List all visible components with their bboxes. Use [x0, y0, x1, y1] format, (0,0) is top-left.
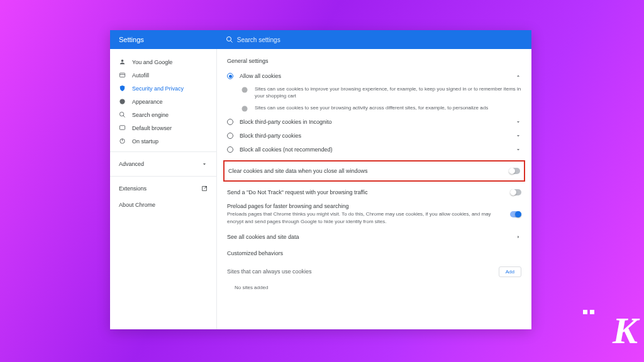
option-block-all[interactable]: Block all cookies (not recommended): [227, 143, 521, 156]
svg-point-12: [242, 87, 248, 93]
toggle-switch[interactable]: [510, 211, 521, 217]
toggle-preload-pages[interactable]: Preload pages for faster browsing and se…: [227, 199, 521, 228]
sites-label: Sites that can always use cookies: [227, 268, 312, 275]
chevron-down-icon: [515, 119, 521, 125]
toggle-label: Send a "Do Not Track" request with your …: [227, 189, 504, 195]
svg-point-6: [119, 112, 123, 116]
autofill-icon: [119, 72, 126, 79]
header-title: Settings: [110, 36, 144, 43]
toggle-title: Send a "Do Not Track" request with your …: [227, 189, 504, 195]
info-text: Sites can use cookies to see your browsi…: [255, 104, 488, 112]
cookie-icon: [241, 86, 248, 94]
option-block-third-party[interactable]: Block third-party cookies: [227, 129, 521, 143]
add-button[interactable]: Add: [499, 266, 521, 277]
option-block-third-party-incognito[interactable]: Block third-party cookies in Incognito: [227, 115, 521, 129]
chevron-up-icon: [515, 73, 521, 79]
sidebar: You and Google Autofill Security and Pri…: [110, 49, 217, 329]
search-settings-input[interactable]: [237, 36, 531, 43]
sidebar-item-on-startup[interactable]: On startup: [110, 134, 216, 148]
toggle-title: Clear cookies and site data when you clo…: [228, 168, 502, 174]
radio-icon: [227, 146, 233, 153]
info-row: Sites can use cookies to improve your br…: [227, 83, 521, 102]
radio-icon: [227, 119, 233, 125]
search-icon: [119, 111, 126, 118]
svg-point-0: [226, 37, 231, 41]
no-sites-text: No sites added: [227, 282, 521, 290]
svg-point-2: [121, 60, 124, 62]
person-icon: [119, 58, 126, 65]
extensions-label: Extensions: [119, 185, 147, 192]
toggle-switch[interactable]: [509, 168, 520, 174]
toggle-switch[interactable]: [510, 189, 521, 195]
open-in-new-icon: [201, 185, 208, 192]
advanced-label: Advanced: [119, 161, 144, 167]
header-bar: Settings: [110, 30, 531, 49]
sidebar-item-label: Autofill: [132, 72, 149, 79]
svg-point-5: [119, 99, 125, 104]
customized-behaviors-label: Customized behaviors: [227, 250, 521, 256]
watermark-dots: [583, 305, 597, 317]
sidebar-item-label: You and Google: [132, 59, 172, 65]
chevron-down-icon: [201, 161, 208, 167]
option-label: Block third-party cookies in Incognito: [240, 119, 332, 125]
chrome-settings-window: Settings You and Google Autofill Securit…: [110, 30, 531, 329]
shield-icon: [119, 85, 126, 92]
info-row: Sites can use cookies to see your browsi…: [227, 102, 521, 115]
toggle-label: Clear cookies and site data when you clo…: [228, 168, 502, 174]
divider: [110, 176, 216, 177]
sidebar-item-you-and-google[interactable]: You and Google: [110, 55, 216, 69]
option-label: Block all cookies (not recommended): [240, 146, 333, 153]
link-label: See all cookies and site data: [227, 234, 299, 240]
sidebar-item-appearance[interactable]: Appearance: [110, 95, 216, 108]
toggle-label: Preload pages for faster browsing and se…: [227, 203, 504, 224]
general-settings-label: General settings: [227, 58, 521, 64]
sidebar-extensions[interactable]: Extensions: [110, 180, 216, 197]
svg-line-7: [123, 116, 125, 118]
header-search-area: [144, 36, 531, 43]
svg-line-1: [230, 41, 232, 43]
chevron-down-icon: [515, 146, 521, 153]
sidebar-item-label: Default browser: [132, 125, 172, 131]
option-label: Block third-party cookies: [240, 133, 301, 139]
search-icon: [226, 36, 233, 43]
sidebar-item-label: On startup: [132, 138, 158, 145]
sidebar-item-autofill[interactable]: Autofill: [110, 69, 216, 82]
radio-icon: [227, 133, 233, 139]
browser-icon: [119, 124, 126, 131]
toggle-title: Preload pages for faster browsing and se…: [227, 203, 504, 209]
svg-point-13: [242, 106, 248, 112]
about-label: About Chrome: [119, 202, 155, 208]
sidebar-item-label: Appearance: [132, 99, 163, 105]
info-text: Sites can use cookies to improve your br…: [255, 85, 521, 99]
cookie-icon: [241, 105, 248, 112]
svg-rect-3: [119, 73, 125, 77]
option-label: Allow all cookies: [240, 73, 281, 79]
chevron-down-icon: [515, 133, 521, 139]
highlighted-setting: Clear cookies and site data when you clo…: [223, 160, 525, 182]
divider: [110, 151, 216, 152]
watermark-logo: K: [613, 309, 638, 353]
chevron-right-icon: [515, 234, 521, 240]
sidebar-item-default-browser[interactable]: Default browser: [110, 121, 216, 134]
sidebar-item-security-privacy[interactable]: Security and Privacy: [110, 82, 216, 95]
toggle-do-not-track[interactable]: Send a "Do Not Track" request with your …: [227, 185, 521, 199]
svg-rect-8: [119, 126, 125, 129]
sidebar-advanced[interactable]: Advanced: [110, 156, 216, 172]
sites-always-cookies-row: Sites that can always use cookies Add: [227, 261, 521, 282]
power-icon: [119, 138, 126, 145]
see-all-cookies-link[interactable]: See all cookies and site data: [227, 229, 521, 245]
palette-icon: [119, 98, 126, 105]
sidebar-item-label: Search engine: [132, 112, 169, 118]
main-panel: General settings Allow all cookies Sites…: [217, 49, 531, 329]
sidebar-item-label: Security and Privacy: [132, 85, 184, 92]
sidebar-item-search-engine[interactable]: Search engine: [110, 108, 216, 121]
sidebar-about-chrome[interactable]: About Chrome: [110, 197, 216, 213]
toggle-description: Preloads pages that Chrome thinks you mi…: [227, 211, 504, 224]
option-allow-all-cookies[interactable]: Allow all cookies: [227, 69, 521, 83]
toggle-clear-cookies-on-exit[interactable]: Clear cookies and site data when you clo…: [228, 164, 520, 178]
radio-icon: [227, 73, 233, 79]
body: You and Google Autofill Security and Pri…: [110, 49, 531, 329]
